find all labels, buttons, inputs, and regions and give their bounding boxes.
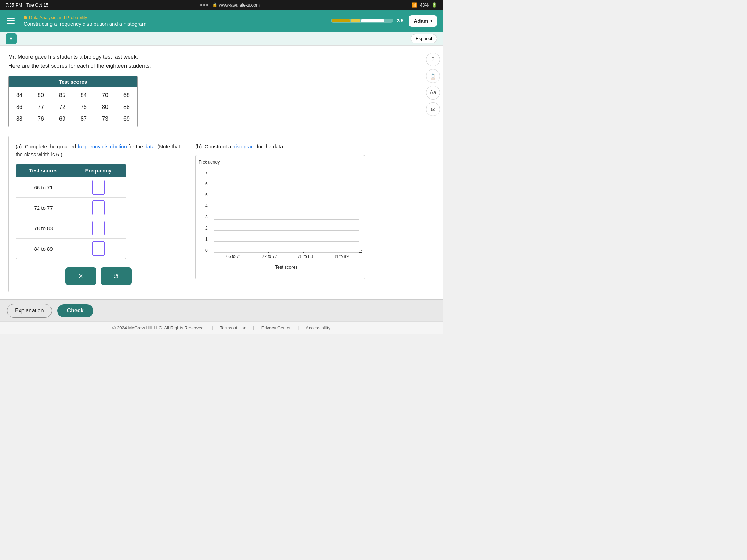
espanol-button[interactable]: Español: [411, 34, 437, 43]
help-button[interactable]: ?: [426, 53, 440, 66]
dot2: [203, 4, 205, 6]
grid-line-5: 5: [214, 197, 359, 197]
frequency-distribution-link[interactable]: frequency distribution: [77, 143, 127, 149]
score-cell: 84: [79, 92, 89, 99]
x-tick-marks: [216, 252, 356, 253]
freq-input-4[interactable]: [92, 241, 105, 256]
x-axis-label: Test scores: [214, 264, 359, 270]
lock-icon: 🔒: [212, 2, 218, 7]
progress-count: 2/5: [397, 18, 403, 24]
question-panel: (a) Complete the grouped frequency distr…: [8, 136, 434, 292]
hamburger-line2: [7, 20, 15, 21]
subject-dot: [24, 16, 27, 19]
status-bar: 7:35 PM Tue Oct 15 🔒 www-awu.aleks.com 📶…: [0, 0, 443, 10]
freq-label-2: 72 to 77: [16, 202, 71, 214]
collapse-button[interactable]: ▾: [6, 33, 17, 44]
score-cell: 69: [121, 116, 132, 122]
main-content: ? 📋 Aa ✉ Mr. Moore gave his students a b…: [0, 46, 443, 299]
grid-line-7: 7: [214, 175, 359, 175]
chevron-down-icon: ▾: [10, 35, 12, 42]
lesson-label: Constructing a frequency distribution an…: [24, 21, 325, 27]
reset-button[interactable]: ↺: [101, 267, 132, 285]
wifi-icon: 📶: [412, 2, 417, 8]
score-cell: 88: [121, 104, 132, 110]
grid-line-6: 6: [214, 186, 359, 186]
freq-header-scores: Test scores: [16, 164, 71, 177]
score-cell: 85: [57, 92, 67, 99]
footer-sep1: |: [212, 325, 213, 330]
score-cell: 73: [100, 116, 110, 122]
subject-label: Data Analysis and Probability: [24, 15, 325, 20]
user-menu-button[interactable]: Adam ▾: [409, 15, 437, 27]
score-cell: 70: [100, 92, 110, 99]
battery-icon: 🔋: [432, 2, 437, 8]
freq-label-1: 66 to 71: [16, 182, 71, 193]
x-tick-labels: 66 to 71 72 to 77 78 to 83 84 to 89: [216, 254, 359, 259]
part-b-instruction: (b) Construct a histogram for the data.: [195, 143, 427, 151]
freq-label-3: 78 to 83: [16, 223, 71, 234]
x-tick-1: 66 to 71: [216, 254, 252, 259]
grid-line-1: 1: [214, 241, 359, 242]
footer: © 2024 McGraw Hill LLC. All Rights Reser…: [0, 321, 443, 334]
data-link[interactable]: data: [145, 143, 155, 149]
battery-percent: 48%: [420, 2, 429, 8]
grid-line-8: 8: [214, 164, 359, 164]
part-b: (b) Construct a histogram for the data. …: [188, 136, 434, 292]
scores-table-body: 84 80 85 84 70 68 86 77 72 75 80 88 88 7…: [9, 87, 137, 127]
copyright: © 2024 McGraw Hill LLC. All Rights Reser…: [112, 325, 205, 330]
grid-line-4: 4: [214, 208, 359, 208]
score-cell: 87: [79, 116, 89, 122]
x-tick-3: 78 to 83: [287, 254, 323, 259]
freq-row-3: 78 to 83: [16, 218, 126, 238]
table-row: 86 77 72 75 80 88: [14, 101, 132, 113]
histogram-chart: Frequency ↑ → 0 1: [195, 155, 365, 279]
x-tick-mark-1: [233, 252, 233, 253]
freq-input-1[interactable]: [92, 180, 105, 195]
accessibility-link[interactable]: Accessibility: [306, 325, 330, 330]
footer-sep2: |: [253, 325, 254, 330]
part-a-instruction: (a) Complete the grouped frequency distr…: [16, 143, 181, 158]
score-cell: 76: [36, 116, 46, 122]
histogram-link[interactable]: histogram: [233, 143, 256, 149]
frequency-distribution-table: Test scores Frequency 66 to 71 72 to 77: [16, 164, 126, 259]
freq-input-cell-1: [71, 177, 126, 197]
x-tick-4: 84 to 89: [323, 254, 359, 259]
scores-table-title: Test scores: [9, 76, 137, 87]
score-cell: 86: [14, 104, 25, 110]
privacy-center-link[interactable]: Privacy Center: [261, 325, 291, 330]
action-buttons: × ↺: [16, 267, 181, 285]
freq-input-cell-4: [71, 239, 126, 259]
progress-bar: [331, 19, 393, 23]
score-cell: 88: [14, 116, 25, 122]
terms-of-use-link[interactable]: Terms of Use: [220, 325, 247, 330]
explanation-button[interactable]: Explanation: [7, 304, 52, 318]
freq-input-3[interactable]: [92, 221, 105, 235]
progress-seg1: [332, 19, 350, 22]
intro-text: Mr. Moore gave his students a biology te…: [8, 53, 434, 70]
progress-seg3: [361, 19, 384, 22]
score-cell: 80: [100, 104, 110, 110]
font-button[interactable]: Aa: [426, 86, 440, 100]
calculator-button[interactable]: 📋: [426, 69, 440, 83]
part-a: (a) Complete the grouped frequency distr…: [9, 136, 188, 292]
score-cell: 69: [57, 116, 67, 122]
footer-sep3: |: [298, 325, 299, 330]
freq-input-2[interactable]: [92, 200, 105, 215]
status-right: 📶 48% 🔋: [412, 2, 437, 8]
score-cell: 72: [57, 104, 67, 110]
progress-seg2: [351, 19, 360, 22]
collapse-bar: ▾ Español: [0, 32, 443, 46]
table-row: 88 76 69 87 73 69: [14, 113, 132, 125]
x-tick-mark-2: [268, 252, 269, 253]
message-button[interactable]: ✉: [426, 102, 440, 116]
hamburger-menu-button[interactable]: [6, 15, 18, 27]
freq-row-1: 66 to 71: [16, 177, 126, 197]
url-area: 🔒 www-awu.aleks.com: [200, 2, 260, 8]
freq-input-cell-2: [71, 198, 126, 218]
clear-button[interactable]: ×: [65, 267, 96, 285]
check-button[interactable]: Check: [57, 304, 93, 317]
x-tick-mark-3: [303, 252, 304, 253]
x-tick-mark-4: [339, 252, 339, 253]
score-cell: 84: [14, 92, 25, 99]
header-title-area: Data Analysis and Probability Constructi…: [24, 15, 325, 27]
